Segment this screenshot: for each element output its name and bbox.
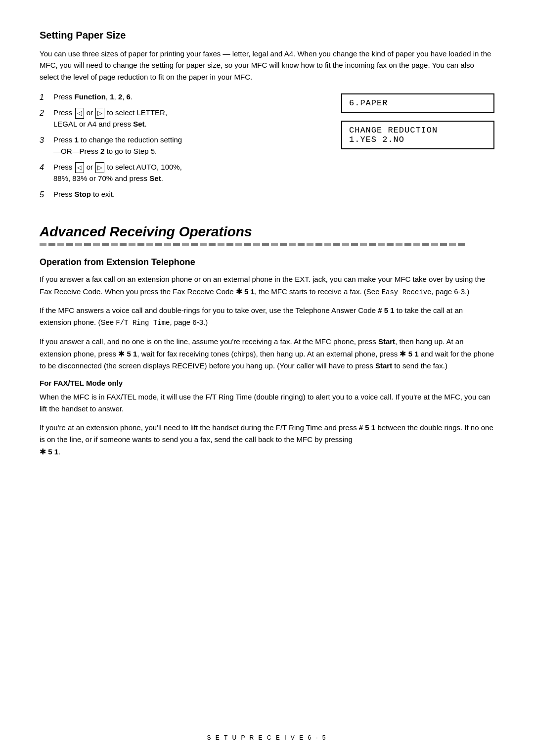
left-arrow-icon-1: ◁ bbox=[75, 108, 84, 119]
asterisk-2: ✱ bbox=[118, 350, 125, 358]
hash-51-2: # 5 1 bbox=[359, 423, 375, 432]
code-51-2: 5 1 bbox=[127, 350, 137, 358]
easy-receive-ref: Easy Receive bbox=[382, 288, 432, 296]
operation-para-2: If the MFC answers a voice call and doub… bbox=[40, 305, 494, 328]
step5-stop: Stop bbox=[75, 190, 91, 198]
fax-tel-para-1: When the MFC is in FAX/TEL mode, it will… bbox=[40, 391, 494, 415]
operation-para-1: If you answer a fax call on an extension… bbox=[40, 273, 494, 298]
lcd-paper-text: 6.PAPER bbox=[349, 98, 388, 108]
lcd-displays: 6.PAPER CHANGE REDUCTION 1.YES 2.NO bbox=[341, 91, 494, 149]
fax-tel-para-2: If you're at an extension phone, you'll … bbox=[40, 422, 494, 458]
step-4: Press ◁ or ▷ to select AUTO, 100%, 88%, … bbox=[40, 162, 326, 184]
step4-set: Set bbox=[149, 174, 161, 182]
lcd-change-line1: CHANGE REDUCTION bbox=[349, 126, 487, 135]
step1-function: Function bbox=[75, 92, 106, 101]
asterisk-3: ✱ bbox=[400, 350, 406, 358]
setting-paper-size-section: Setting Paper Size You can use three siz… bbox=[40, 30, 494, 205]
step3-1: 1 bbox=[75, 135, 79, 144]
start-bold-1: Start bbox=[378, 337, 395, 346]
left-arrow-icon-2: ◁ bbox=[75, 162, 84, 173]
lcd-change-reduction-display: CHANGE REDUCTION 1.YES 2.NO bbox=[341, 121, 494, 149]
right-arrow-icon-2: ▷ bbox=[95, 162, 104, 173]
ft-ring-ref: F/T Ring Time bbox=[116, 319, 170, 327]
asterisk-4: ✱ bbox=[40, 447, 46, 456]
step-2: Press ◁ or ▷ to select LETTER, LEGAL or … bbox=[40, 107, 326, 130]
steps-list: Press Function, 1, 2, 6. Press ◁ or ▷ to… bbox=[40, 91, 326, 205]
step1-6: 6 bbox=[127, 92, 131, 101]
page-footer: S E T U P R E C E I V E 6 - 5 bbox=[0, 734, 534, 741]
setting-paper-size-title: Setting Paper Size bbox=[40, 30, 494, 41]
operation-para-3: If you answer a call, and no one is on t… bbox=[40, 336, 494, 372]
steps-area: Press Function, 1, 2, 6. Press ◁ or ▷ to… bbox=[40, 91, 494, 205]
fax-tel-title: For FAX/TEL Mode only bbox=[40, 379, 494, 387]
start-bold-2: Start bbox=[375, 361, 392, 370]
operation-title: Operation from Extension Telephone bbox=[40, 257, 494, 267]
setting-paper-size-intro: You can use three sizes of paper for pri… bbox=[40, 48, 494, 83]
step-1: Press Function, 1, 2, 6. bbox=[40, 91, 326, 103]
hash-51: # 5 1 bbox=[378, 306, 394, 314]
right-arrow-icon-1: ▷ bbox=[95, 108, 104, 119]
lcd-change-line2: 1.YES 2.NO bbox=[349, 135, 487, 144]
step1-1: 1 bbox=[110, 92, 114, 101]
step-5: Press Stop to exit. bbox=[40, 189, 326, 200]
footer-text: S E T U P R E C E I V E 6 - 5 bbox=[207, 734, 327, 741]
step3-2: 2 bbox=[100, 147, 104, 155]
code-51-3: 5 1 bbox=[408, 350, 419, 358]
step-3: Press 1 to change the reduction setting … bbox=[40, 134, 326, 157]
asterisk-1: ✱ bbox=[236, 287, 242, 296]
advanced-receiving-section: Advanced Receiving Operations Operation … bbox=[40, 224, 494, 458]
code-51-4: 5 1 bbox=[48, 447, 58, 456]
step1-2: 2 bbox=[118, 92, 122, 101]
lcd-paper-display: 6.PAPER bbox=[341, 93, 494, 113]
step2-set: Set bbox=[133, 120, 144, 128]
code-51-1: 5 1 bbox=[244, 287, 255, 296]
chapter-divider bbox=[40, 243, 494, 246]
numbered-steps: Press Function, 1, 2, 6. Press ◁ or ▷ to… bbox=[40, 91, 326, 200]
chapter-title: Advanced Receiving Operations bbox=[40, 224, 494, 240]
